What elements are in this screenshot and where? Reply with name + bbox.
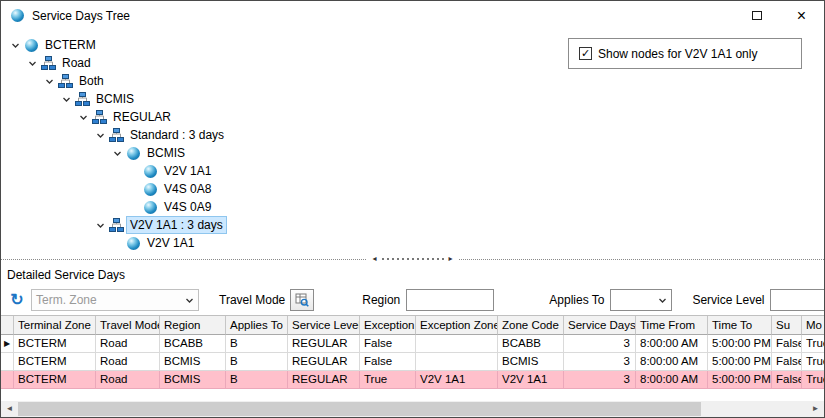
column-header-zone-code[interactable]: Zone Code <box>498 316 564 335</box>
current-row-indicator-icon: ▶ <box>1 335 14 353</box>
scrollbar-thumb[interactable] <box>18 402 701 416</box>
grid-cell: V2V 1A1 <box>416 371 498 389</box>
tree-node-label: BCMIS <box>144 145 188 161</box>
grid-cell: 5:00:00 PM <box>708 353 772 371</box>
tree-node-v4s-0a8[interactable]: V4S 0A8 <box>1 180 824 198</box>
column-header-travel-mode[interactable]: Travel Mode <box>96 316 160 335</box>
term-zone-placeholder: Term. Zone <box>32 293 181 307</box>
network-icon <box>74 92 90 106</box>
row-indicator <box>1 353 14 371</box>
grid-cell: Road <box>96 335 160 353</box>
grid-cell: 3 <box>564 371 636 389</box>
service-level-label: Service Level <box>692 293 764 307</box>
service-days-tree-window: Service Days Tree × BCTERMRoadBothBCMISR… <box>0 0 825 418</box>
column-header-mo[interactable]: Mo <box>802 316 824 335</box>
tree-node-both[interactable]: Both <box>1 72 824 90</box>
tree-node-regular[interactable]: REGULAR <box>1 108 824 126</box>
grid-cell: BCMIS <box>160 353 226 371</box>
chevron-expanded-icon[interactable] <box>24 59 40 68</box>
collapse-right-icon: ▸ <box>449 255 453 263</box>
tree-node-bcmis[interactable]: BCMIS <box>1 90 824 108</box>
tree-node-v2v-1a1[interactable]: V2V 1A1 <box>1 162 824 180</box>
network-icon <box>40 56 56 70</box>
grid-cell: REGULAR <box>288 335 360 353</box>
grid-cell: Road <box>96 371 160 389</box>
grid-cell: True <box>360 371 416 389</box>
close-button[interactable]: × <box>779 1 824 30</box>
refresh-icon: ↻ <box>10 291 23 308</box>
term-zone-combo[interactable]: Term. Zone <box>31 289 199 311</box>
grid-row-exception[interactable]: BCTERMRoadBCMISBREGULARTrueV2V 1A1V2V 1A… <box>1 371 824 389</box>
travel-mode-lookup-button[interactable] <box>290 289 314 311</box>
column-header-region[interactable]: Region <box>160 316 226 335</box>
chevron-expanded-icon[interactable] <box>92 221 108 230</box>
grid-cell: BCABB <box>160 335 226 353</box>
column-header-su[interactable]: Su <box>772 316 802 335</box>
tree-node-label: Road <box>59 55 94 71</box>
scroll-left-icon[interactable]: ◄ <box>1 401 18 417</box>
window-title: Service Days Tree <box>32 9 734 23</box>
tree-node-v4s-0a9[interactable]: V4S 0A9 <box>1 198 824 216</box>
tree-node-label: V4S 0A9 <box>161 199 214 215</box>
tree-node-label: V2V 1A1 <box>161 163 214 179</box>
column-header-exception-zone[interactable]: Exception Zone <box>416 316 498 335</box>
column-header-applies-to[interactable]: Applies To <box>226 316 288 335</box>
applies-to-combo[interactable] <box>610 289 672 311</box>
grid-row[interactable]: BCTERMRoadBCMISBREGULARFalseBCMIS38:00:0… <box>1 353 824 371</box>
applies-to-label: Applies To <box>549 293 604 307</box>
chevron-expanded-icon[interactable] <box>92 131 108 140</box>
travel-mode-label: Travel Mode <box>219 293 285 307</box>
grid-cell: BCABB <box>498 335 564 353</box>
grid-body: ▶BCTERMRoadBCABBBREGULARFalseBCABB38:00:… <box>1 335 824 389</box>
globe-icon <box>142 183 158 196</box>
grid-cell: 5:00:00 PM <box>708 371 772 389</box>
grid-cell: Road <box>96 353 160 371</box>
tree-node-label: Both <box>76 73 107 89</box>
globe-icon <box>142 165 158 178</box>
grid-cell: False <box>360 353 416 371</box>
column-header-service-level[interactable]: Service Level <box>288 316 360 335</box>
checkmark-icon: ✓ <box>581 48 590 59</box>
column-header-time-to[interactable]: Time To <box>708 316 772 335</box>
grid-cell: True <box>802 371 824 389</box>
column-header-terminal-zone[interactable]: Terminal Zone <box>14 316 96 335</box>
tree-node-v2v-1a1[interactable]: V2V 1A1 <box>1 234 824 252</box>
tree-node-standard-3-days[interactable]: Standard : 3 days <box>1 126 824 144</box>
column-header-exception[interactable]: Exception <box>360 316 416 335</box>
splitter[interactable]: ◂ ▸ <box>1 254 824 264</box>
grid-cell: False <box>360 335 416 353</box>
dropdown-arrow-icon <box>654 296 671 305</box>
refresh-button[interactable]: ↻ <box>6 289 28 311</box>
grid-cell: False <box>772 335 802 353</box>
column-header-service-days[interactable]: Service Days <box>564 316 636 335</box>
globe-icon <box>142 201 158 214</box>
chevron-expanded-icon[interactable] <box>58 95 74 104</box>
grid-cell: True <box>802 335 824 353</box>
grid-cell <box>416 353 498 371</box>
horizontal-scrollbar[interactable]: ◄ ► <box>1 401 824 417</box>
tree-node-label: V2V 1A1 <box>144 235 197 251</box>
show-nodes-checkbox[interactable]: ✓ <box>579 47 592 60</box>
chevron-expanded-icon[interactable] <box>75 113 91 122</box>
service-level-input[interactable] <box>770 289 824 311</box>
grid-row[interactable]: ▶BCTERMRoadBCABBBREGULARFalseBCABB38:00:… <box>1 335 824 353</box>
column-header-time-from[interactable]: Time From <box>636 316 708 335</box>
globe-icon <box>125 237 141 250</box>
region-input[interactable] <box>406 289 494 311</box>
maximize-button[interactable] <box>734 1 779 30</box>
tree-node-bcmis[interactable]: BCMIS <box>1 144 824 162</box>
grid-cell: 8:00:00 AM <box>636 335 708 353</box>
chevron-expanded-icon[interactable] <box>109 149 125 158</box>
network-icon <box>108 128 124 142</box>
network-icon <box>91 110 107 124</box>
chevron-expanded-icon[interactable] <box>7 41 23 50</box>
chevron-expanded-icon[interactable] <box>41 77 57 86</box>
splitter-handle[interactable]: ◂ ▸ <box>367 255 457 264</box>
grid-cell: V2V 1A1 <box>498 371 564 389</box>
grid-cell: REGULAR <box>288 353 360 371</box>
tree-node-v2v-1a1-3-days[interactable]: V2V 1A1 : 3 days <box>1 216 824 234</box>
options-groupbox: ✓ Show nodes for V2V 1A1 only <box>568 38 802 69</box>
filter-toolbar: ↻ Term. Zone Travel Mode Region Applies … <box>1 285 824 315</box>
scroll-right-icon[interactable]: ► <box>807 401 824 417</box>
show-nodes-checkbox-label: Show nodes for V2V 1A1 only <box>598 47 757 61</box>
